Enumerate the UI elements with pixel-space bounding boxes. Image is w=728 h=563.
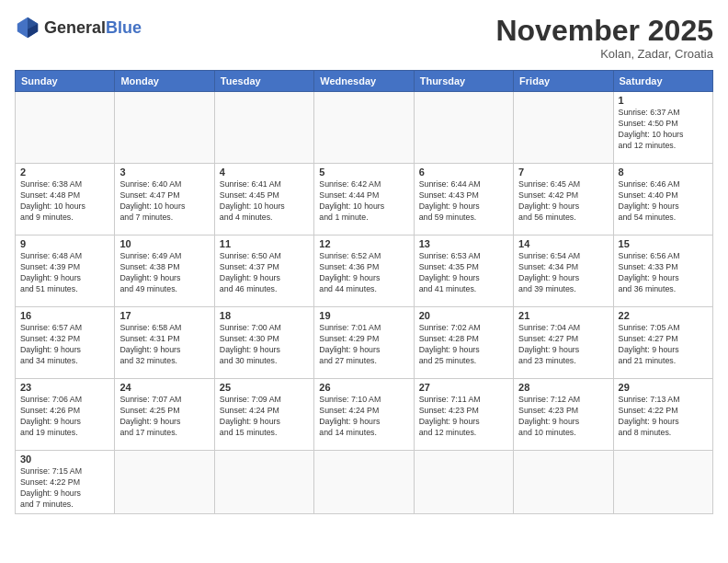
day-info: Sunrise: 6:54 AM Sunset: 4:34 PM Dayligh… [518,251,608,295]
weekday-header-row: SundayMondayTuesdayWednesdayThursdayFrid… [16,71,713,92]
month-title: November 2025 [495,15,713,47]
title-block: November 2025 Kolan, Zadar, Croatia [495,15,713,61]
calendar-cell: 20Sunrise: 7:02 AM Sunset: 4:28 PM Dayli… [414,307,513,379]
calendar-cell [414,451,513,514]
page: GeneralBlue November 2025 Kolan, Zadar, … [0,0,728,563]
weekday-header-wednesday: Wednesday [314,71,414,92]
day-info: Sunrise: 7:12 AM Sunset: 4:23 PM Dayligh… [518,395,608,439]
day-number: 16 [20,310,109,321]
calendar-cell: 10Sunrise: 6:49 AM Sunset: 4:38 PM Dayli… [115,236,214,307]
calendar-cell: 13Sunrise: 6:53 AM Sunset: 4:35 PM Dayli… [414,236,513,307]
calendar-cell: 9Sunrise: 6:48 AM Sunset: 4:39 PM Daylig… [16,236,115,307]
day-info: Sunrise: 6:37 AM Sunset: 4:50 PM Dayligh… [619,108,708,152]
day-info: Sunrise: 6:56 AM Sunset: 4:33 PM Dayligh… [619,251,708,295]
day-info: Sunrise: 7:07 AM Sunset: 4:25 PM Dayligh… [119,395,209,439]
day-number: 3 [119,167,209,178]
calendar-cell: 19Sunrise: 7:01 AM Sunset: 4:29 PM Dayli… [314,307,414,379]
weekday-header-tuesday: Tuesday [214,71,313,92]
day-number: 20 [419,310,508,321]
week-row-6: 30Sunrise: 7:15 AM Sunset: 4:22 PM Dayli… [16,451,713,514]
day-info: Sunrise: 6:46 AM Sunset: 4:40 PM Dayligh… [619,179,708,224]
weekday-header-friday: Friday [514,71,613,92]
calendar-cell: 29Sunrise: 7:13 AM Sunset: 4:22 PM Dayli… [613,379,712,451]
day-info: Sunrise: 7:09 AM Sunset: 4:24 PM Dayligh… [220,395,309,439]
day-info: Sunrise: 7:10 AM Sunset: 4:24 PM Dayligh… [319,395,408,439]
calendar-cell: 17Sunrise: 6:58 AM Sunset: 4:31 PM Dayli… [115,307,214,379]
day-number: 9 [20,238,109,249]
calendar-cell: 30Sunrise: 7:15 AM Sunset: 4:22 PM Dayli… [16,451,115,514]
calendar-cell [613,451,712,514]
day-info: Sunrise: 7:02 AM Sunset: 4:28 PM Dayligh… [419,323,508,367]
header: GeneralBlue November 2025 Kolan, Zadar, … [15,15,713,61]
day-number: 5 [319,167,408,178]
day-number: 23 [20,382,109,393]
logo-icon [15,15,40,40]
day-number: 4 [220,167,309,178]
day-info: Sunrise: 6:42 AM Sunset: 4:44 PM Dayligh… [319,179,408,224]
calendar-cell: 21Sunrise: 7:04 AM Sunset: 4:27 PM Dayli… [514,307,613,379]
logo: GeneralBlue [15,15,142,40]
logo-text: GeneralBlue [44,19,142,36]
day-number: 30 [20,454,109,465]
day-info: Sunrise: 7:04 AM Sunset: 4:27 PM Dayligh… [518,323,608,367]
calendar-cell: 24Sunrise: 7:07 AM Sunset: 4:25 PM Dayli… [115,379,214,451]
day-number: 2 [20,167,109,178]
calendar-cell: 5Sunrise: 6:42 AM Sunset: 4:44 PM Daylig… [314,164,414,236]
day-info: Sunrise: 6:45 AM Sunset: 4:42 PM Dayligh… [518,179,608,224]
calendar-cell: 4Sunrise: 6:41 AM Sunset: 4:45 PM Daylig… [214,164,313,236]
day-number: 27 [419,382,508,393]
day-number: 7 [518,167,608,178]
calendar-cell: 8Sunrise: 6:46 AM Sunset: 4:40 PM Daylig… [613,164,712,236]
week-row-1: 1Sunrise: 6:37 AM Sunset: 4:50 PM Daylig… [16,92,713,164]
calendar-cell [314,92,414,164]
calendar-cell: 27Sunrise: 7:11 AM Sunset: 4:23 PM Dayli… [414,379,513,451]
calendar-cell: 12Sunrise: 6:52 AM Sunset: 4:36 PM Dayli… [314,236,414,307]
calendar-cell [214,451,313,514]
calendar-cell [214,92,313,164]
day-number: 29 [619,382,708,393]
day-number: 15 [619,238,708,249]
calendar: SundayMondayTuesdayWednesdayThursdayFrid… [15,70,713,514]
week-row-4: 16Sunrise: 6:57 AM Sunset: 4:32 PM Dayli… [16,307,713,379]
day-number: 14 [518,238,608,249]
calendar-cell: 28Sunrise: 7:12 AM Sunset: 4:23 PM Dayli… [514,379,613,451]
day-number: 21 [518,310,608,321]
day-number: 18 [220,310,309,321]
day-number: 17 [119,310,209,321]
day-number: 12 [319,238,408,249]
day-number: 28 [518,382,608,393]
day-info: Sunrise: 7:00 AM Sunset: 4:30 PM Dayligh… [220,323,309,367]
week-row-2: 2Sunrise: 6:38 AM Sunset: 4:48 PM Daylig… [16,164,713,236]
day-info: Sunrise: 6:53 AM Sunset: 4:35 PM Dayligh… [419,251,508,295]
weekday-header-saturday: Saturday [613,71,712,92]
calendar-cell: 11Sunrise: 6:50 AM Sunset: 4:37 PM Dayli… [214,236,313,307]
day-info: Sunrise: 7:05 AM Sunset: 4:27 PM Dayligh… [619,323,708,367]
day-number: 6 [419,167,508,178]
calendar-cell: 22Sunrise: 7:05 AM Sunset: 4:27 PM Dayli… [613,307,712,379]
calendar-cell [115,92,214,164]
calendar-cell: 3Sunrise: 6:40 AM Sunset: 4:47 PM Daylig… [115,164,214,236]
day-info: Sunrise: 6:49 AM Sunset: 4:38 PM Dayligh… [119,251,209,295]
calendar-cell: 1Sunrise: 6:37 AM Sunset: 4:50 PM Daylig… [613,92,712,164]
day-number: 25 [220,382,309,393]
day-number: 13 [419,238,508,249]
day-info: Sunrise: 7:13 AM Sunset: 4:22 PM Dayligh… [619,395,708,439]
day-info: Sunrise: 7:15 AM Sunset: 4:22 PM Dayligh… [20,466,109,511]
calendar-cell [16,92,115,164]
day-number: 24 [119,382,209,393]
day-info: Sunrise: 7:01 AM Sunset: 4:29 PM Dayligh… [319,323,408,367]
weekday-header-thursday: Thursday [414,71,513,92]
day-info: Sunrise: 6:44 AM Sunset: 4:43 PM Dayligh… [419,179,508,224]
day-info: Sunrise: 6:50 AM Sunset: 4:37 PM Dayligh… [220,251,309,295]
calendar-cell: 6Sunrise: 6:44 AM Sunset: 4:43 PM Daylig… [414,164,513,236]
calendar-cell: 23Sunrise: 7:06 AM Sunset: 4:26 PM Dayli… [16,379,115,451]
calendar-cell: 2Sunrise: 6:38 AM Sunset: 4:48 PM Daylig… [16,164,115,236]
calendar-cell [414,92,513,164]
day-info: Sunrise: 6:38 AM Sunset: 4:48 PM Dayligh… [20,179,109,224]
calendar-cell: 26Sunrise: 7:10 AM Sunset: 4:24 PM Dayli… [314,379,414,451]
day-info: Sunrise: 7:06 AM Sunset: 4:26 PM Dayligh… [20,395,109,439]
day-number: 19 [319,310,408,321]
calendar-cell [514,451,613,514]
calendar-cell [514,92,613,164]
day-number: 1 [619,95,708,106]
